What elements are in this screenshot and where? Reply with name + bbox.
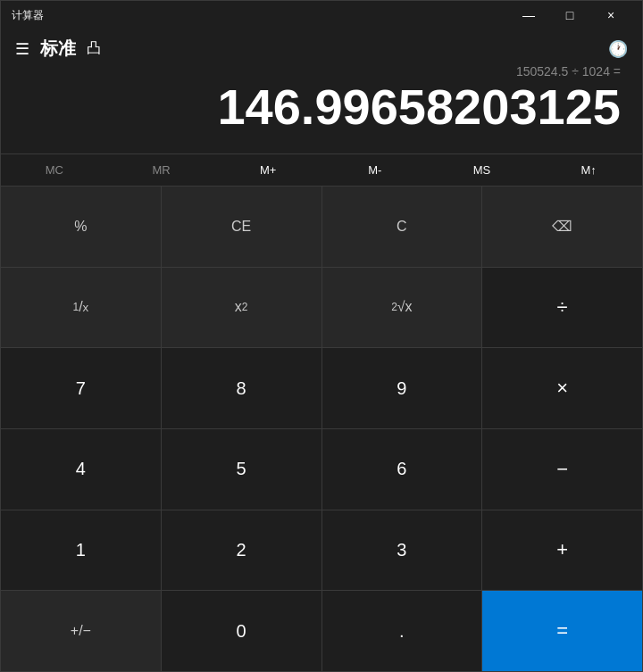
six-button[interactable]: 6 bbox=[322, 429, 482, 510]
negate-button[interactable]: +/− bbox=[1, 591, 161, 671]
reciprocal-button[interactable]: 1/x bbox=[1, 268, 161, 348]
sqrt-button[interactable]: 2√x bbox=[322, 268, 482, 348]
multiply-button[interactable]: × bbox=[482, 348, 642, 428]
equals-button[interactable]: = bbox=[482, 591, 642, 671]
two-button[interactable]: 2 bbox=[162, 510, 322, 591]
minimize-button[interactable]: — bbox=[508, 1, 549, 29]
calc-header: ☰ 标准 凸 🕐 bbox=[1, 29, 642, 64]
nine-button[interactable]: 9 bbox=[322, 348, 482, 428]
four-button[interactable]: 4 bbox=[1, 429, 161, 510]
five-button[interactable]: 5 bbox=[162, 429, 322, 510]
clear-button[interactable]: C bbox=[322, 187, 482, 267]
three-button[interactable]: 3 bbox=[322, 510, 482, 591]
calc-mode-title: 标准 bbox=[40, 37, 76, 61]
menu-icon[interactable]: ☰ bbox=[15, 39, 29, 59]
calculator-window: 计算器 — □ × ☰ 标准 凸 🕐 150524.5 ÷ 1024 = 146… bbox=[0, 0, 643, 672]
memory-row: MC MR M+ M- MS M↑ bbox=[1, 153, 642, 186]
subtract-button[interactable]: − bbox=[482, 429, 642, 510]
result-display: 146.99658203125 bbox=[22, 82, 621, 146]
memory-list-button[interactable]: M↑ bbox=[535, 154, 642, 186]
memory-recall-button[interactable]: MR bbox=[108, 154, 215, 186]
clear-entry-button[interactable]: CE bbox=[162, 187, 322, 267]
eight-button[interactable]: 8 bbox=[162, 348, 322, 428]
square-button[interactable]: x2 bbox=[162, 268, 322, 348]
decimal-button[interactable]: . bbox=[322, 591, 482, 671]
zero-button[interactable]: 0 bbox=[162, 591, 322, 671]
expression-display: 150524.5 ÷ 1024 = bbox=[22, 64, 621, 82]
title-controls: — □ × bbox=[508, 1, 631, 29]
memory-clear-button[interactable]: MC bbox=[1, 154, 108, 186]
one-button[interactable]: 1 bbox=[1, 510, 161, 591]
window-title: 计算器 bbox=[12, 8, 44, 23]
calc-display: 150524.5 ÷ 1024 = 146.99658203125 bbox=[1, 64, 642, 153]
title-bar-left: 计算器 bbox=[12, 8, 44, 23]
header-left: ☰ 标准 凸 bbox=[15, 37, 101, 61]
percent-button[interactable]: % bbox=[1, 187, 161, 267]
backspace-button[interactable]: ⌫ bbox=[482, 187, 642, 267]
bookmark-icon[interactable]: 凸 bbox=[87, 39, 101, 58]
maximize-button[interactable]: □ bbox=[549, 1, 590, 29]
seven-button[interactable]: 7 bbox=[1, 348, 161, 428]
memory-store-button[interactable]: MS bbox=[429, 154, 536, 186]
memory-plus-button[interactable]: M+ bbox=[214, 154, 322, 186]
button-grid: % CE C ⌫ 1/x x2 2√x ÷ 7 8 9 × 4 5 6 − 1 … bbox=[1, 186, 642, 671]
add-button[interactable]: + bbox=[482, 510, 642, 591]
memory-minus-button[interactable]: M- bbox=[322, 154, 429, 186]
title-bar: 计算器 — □ × bbox=[1, 1, 642, 29]
divide-button[interactable]: ÷ bbox=[482, 268, 642, 348]
history-icon[interactable]: 🕐 bbox=[608, 39, 628, 59]
close-button[interactable]: × bbox=[590, 1, 631, 29]
